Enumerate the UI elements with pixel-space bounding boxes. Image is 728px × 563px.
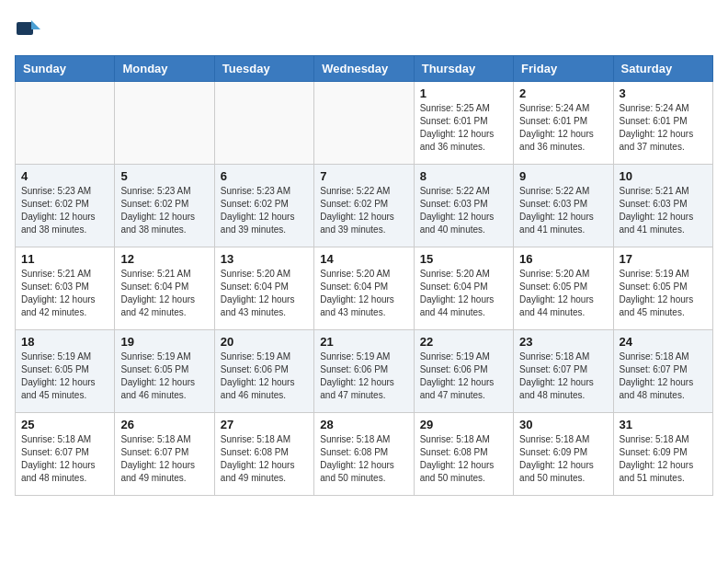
calendar-cell: 3Sunrise: 5:24 AM Sunset: 6:01 PM Daylig… — [613, 82, 712, 165]
day-info: Sunrise: 5:18 AM Sunset: 6:07 PM Dayligh… — [21, 433, 108, 485]
calendar-cell: 17Sunrise: 5:19 AM Sunset: 6:05 PM Dayli… — [613, 247, 712, 330]
day-number: 2 — [519, 86, 607, 100]
weekday-header-sunday: Sunday — [16, 56, 115, 82]
day-info: Sunrise: 5:21 AM Sunset: 6:04 PM Dayligh… — [120, 268, 208, 319]
day-number: 25 — [21, 418, 108, 431]
day-number: 11 — [21, 252, 108, 266]
day-info: Sunrise: 5:23 AM Sunset: 6:02 PM Dayligh… — [120, 185, 208, 236]
day-info: Sunrise: 5:23 AM Sunset: 6:02 PM Dayligh… — [21, 185, 108, 236]
calendar-cell: 5Sunrise: 5:23 AM Sunset: 6:02 PM Daylig… — [115, 165, 214, 247]
day-number: 15 — [420, 252, 507, 266]
calendar-week-row: 1Sunrise: 5:25 AM Sunset: 6:01 PM Daylig… — [16, 82, 713, 165]
day-info: Sunrise: 5:18 AM Sunset: 6:08 PM Dayligh… — [420, 433, 507, 485]
day-info: Sunrise: 5:18 AM Sunset: 6:07 PM Dayligh… — [120, 433, 208, 485]
day-info: Sunrise: 5:23 AM Sunset: 6:02 PM Dayligh… — [221, 185, 308, 236]
day-number: 13 — [221, 252, 308, 266]
calendar-table: SundayMondayTuesdayWednesdayThursdayFrid… — [15, 55, 713, 496]
calendar-week-row: 18Sunrise: 5:19 AM Sunset: 6:05 PM Dayli… — [16, 330, 713, 413]
day-number: 27 — [221, 418, 308, 431]
day-info: Sunrise: 5:19 AM Sunset: 6:06 PM Dayligh… — [221, 350, 308, 402]
day-info: Sunrise: 5:18 AM Sunset: 6:07 PM Dayligh… — [519, 350, 607, 402]
weekday-header-saturday: Saturday — [613, 56, 712, 82]
calendar-week-row: 11Sunrise: 5:21 AM Sunset: 6:03 PM Dayli… — [16, 247, 713, 330]
day-number: 28 — [320, 418, 407, 431]
calendar-cell — [16, 82, 115, 165]
weekday-header-monday: Monday — [115, 56, 214, 82]
calendar-cell: 25Sunrise: 5:18 AM Sunset: 6:07 PM Dayli… — [16, 413, 115, 496]
calendar-cell: 16Sunrise: 5:20 AM Sunset: 6:05 PM Dayli… — [514, 247, 613, 330]
calendar-cell: 21Sunrise: 5:19 AM Sunset: 6:06 PM Dayli… — [314, 330, 414, 413]
day-info: Sunrise: 5:24 AM Sunset: 6:01 PM Dayligh… — [620, 102, 707, 154]
calendar-cell: 11Sunrise: 5:21 AM Sunset: 6:03 PM Dayli… — [16, 247, 115, 330]
day-number: 17 — [620, 252, 707, 266]
calendar-cell: 15Sunrise: 5:20 AM Sunset: 6:04 PM Dayli… — [414, 247, 513, 330]
day-number: 8 — [420, 169, 507, 183]
day-info: Sunrise: 5:19 AM Sunset: 6:05 PM Dayligh… — [120, 350, 208, 402]
calendar-cell: 4Sunrise: 5:23 AM Sunset: 6:02 PM Daylig… — [16, 165, 115, 247]
calendar-cell: 29Sunrise: 5:18 AM Sunset: 6:08 PM Dayli… — [414, 413, 513, 496]
calendar-cell: 12Sunrise: 5:21 AM Sunset: 6:04 PM Dayli… — [115, 247, 214, 330]
calendar-cell: 28Sunrise: 5:18 AM Sunset: 6:08 PM Dayli… — [314, 413, 414, 496]
day-number: 31 — [620, 418, 707, 431]
day-info: Sunrise: 5:20 AM Sunset: 6:04 PM Dayligh… — [420, 268, 507, 319]
svg-marker-1 — [31, 20, 40, 29]
day-number: 10 — [620, 169, 707, 183]
day-number: 23 — [519, 335, 607, 349]
calendar-cell: 13Sunrise: 5:20 AM Sunset: 6:04 PM Dayli… — [214, 247, 313, 330]
calendar-cell: 20Sunrise: 5:19 AM Sunset: 6:06 PM Dayli… — [214, 330, 313, 413]
day-info: Sunrise: 5:19 AM Sunset: 6:05 PM Dayligh… — [21, 350, 108, 402]
day-info: Sunrise: 5:18 AM Sunset: 6:08 PM Dayligh… — [221, 433, 308, 485]
calendar-header-row: SundayMondayTuesdayWednesdayThursdayFrid… — [16, 56, 713, 82]
day-info: Sunrise: 5:25 AM Sunset: 6:01 PM Dayligh… — [420, 102, 507, 154]
calendar-cell: 1Sunrise: 5:25 AM Sunset: 6:01 PM Daylig… — [414, 82, 513, 165]
day-info: Sunrise: 5:22 AM Sunset: 6:02 PM Dayligh… — [320, 185, 407, 236]
day-number: 26 — [120, 418, 208, 431]
weekday-header-friday: Friday — [514, 56, 613, 82]
weekday-header-wednesday: Wednesday — [314, 56, 414, 82]
calendar-cell: 14Sunrise: 5:20 AM Sunset: 6:04 PM Dayli… — [314, 247, 414, 330]
calendar-cell: 9Sunrise: 5:22 AM Sunset: 6:03 PM Daylig… — [514, 165, 613, 247]
day-info: Sunrise: 5:20 AM Sunset: 6:05 PM Dayligh… — [519, 268, 607, 319]
day-info: Sunrise: 5:18 AM Sunset: 6:07 PM Dayligh… — [620, 350, 707, 402]
calendar-cell: 8Sunrise: 5:22 AM Sunset: 6:03 PM Daylig… — [414, 165, 513, 247]
day-number: 1 — [420, 86, 507, 100]
day-info: Sunrise: 5:19 AM Sunset: 6:06 PM Dayligh… — [420, 350, 507, 402]
day-number: 9 — [519, 169, 607, 183]
day-number: 20 — [221, 335, 308, 349]
day-number: 5 — [120, 169, 208, 183]
day-number: 7 — [320, 169, 407, 183]
day-info: Sunrise: 5:21 AM Sunset: 6:03 PM Dayligh… — [21, 268, 108, 319]
calendar-cell — [115, 82, 214, 165]
day-info: Sunrise: 5:18 AM Sunset: 6:08 PM Dayligh… — [320, 433, 407, 485]
logo — [15, 15, 50, 44]
calendar-cell: 22Sunrise: 5:19 AM Sunset: 6:06 PM Dayli… — [414, 330, 513, 413]
page-header — [15, 15, 713, 44]
day-number: 22 — [420, 335, 507, 349]
day-info: Sunrise: 5:20 AM Sunset: 6:04 PM Dayligh… — [221, 268, 308, 319]
calendar-cell: 10Sunrise: 5:21 AM Sunset: 6:03 PM Dayli… — [613, 165, 712, 247]
calendar-cell: 2Sunrise: 5:24 AM Sunset: 6:01 PM Daylig… — [514, 82, 613, 165]
calendar-cell: 6Sunrise: 5:23 AM Sunset: 6:02 PM Daylig… — [214, 165, 313, 247]
day-number: 6 — [221, 169, 308, 183]
day-info: Sunrise: 5:18 AM Sunset: 6:09 PM Dayligh… — [519, 433, 607, 485]
day-number: 4 — [21, 169, 108, 183]
day-number: 14 — [320, 252, 407, 266]
calendar-cell — [214, 82, 313, 165]
day-info: Sunrise: 5:19 AM Sunset: 6:05 PM Dayligh… — [620, 268, 707, 319]
day-info: Sunrise: 5:18 AM Sunset: 6:09 PM Dayligh… — [620, 433, 707, 485]
calendar-cell: 24Sunrise: 5:18 AM Sunset: 6:07 PM Dayli… — [613, 330, 712, 413]
day-number: 3 — [620, 86, 707, 100]
day-info: Sunrise: 5:19 AM Sunset: 6:06 PM Dayligh… — [320, 350, 407, 402]
calendar-cell — [314, 82, 414, 165]
calendar-cell: 30Sunrise: 5:18 AM Sunset: 6:09 PM Dayli… — [514, 413, 613, 496]
day-number: 21 — [320, 335, 407, 349]
logo-icon — [15, 15, 44, 44]
calendar-cell: 31Sunrise: 5:18 AM Sunset: 6:09 PM Dayli… — [613, 413, 712, 496]
calendar-cell: 23Sunrise: 5:18 AM Sunset: 6:07 PM Dayli… — [514, 330, 613, 413]
day-number: 12 — [120, 252, 208, 266]
day-info: Sunrise: 5:22 AM Sunset: 6:03 PM Dayligh… — [420, 185, 507, 236]
day-number: 18 — [21, 335, 108, 349]
day-number: 24 — [620, 335, 707, 349]
calendar-cell: 18Sunrise: 5:19 AM Sunset: 6:05 PM Dayli… — [16, 330, 115, 413]
day-number: 16 — [519, 252, 607, 266]
